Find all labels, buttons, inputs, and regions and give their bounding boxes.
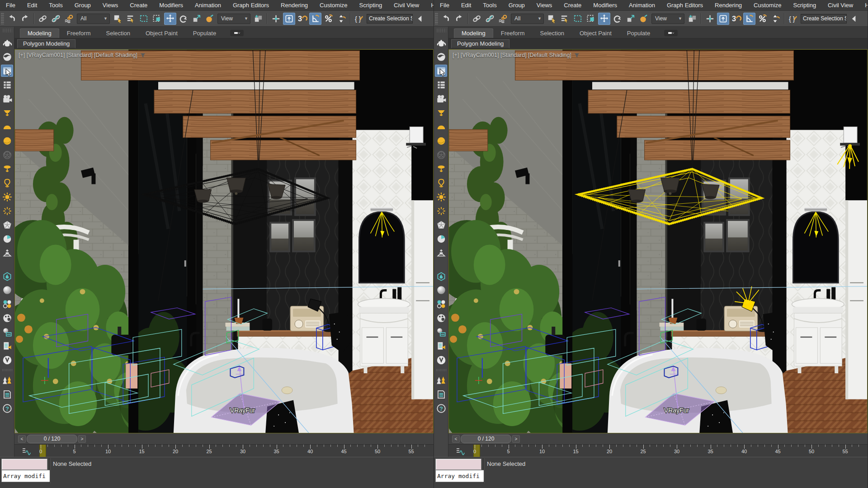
angle-snap-toggle-icon[interactable] (309, 13, 321, 25)
menu-group[interactable]: Group (503, 0, 531, 10)
maxscript-listener-input[interactable]: Array modifi (435, 470, 484, 482)
menu-group[interactable]: Group (69, 0, 97, 10)
palette-icon[interactable] (1, 312, 13, 324)
camera-icon[interactable] (1, 93, 13, 105)
scene-layers-icon[interactable] (435, 79, 447, 91)
ribbon-tab-selection[interactable]: Selection (99, 28, 138, 38)
select-object-icon[interactable] (546, 13, 558, 25)
pie-slice-icon[interactable] (1, 233, 13, 245)
ribbon-tab-populate[interactable]: Populate (185, 28, 224, 38)
select-object-icon[interactable] (112, 13, 124, 25)
select-and-scale-icon[interactable] (190, 13, 203, 25)
editable-poly-icon[interactable] (435, 219, 447, 231)
redo-icon[interactable] (19, 13, 31, 25)
select-and-rotate-icon[interactable] (611, 13, 623, 25)
menu-graph-editors[interactable]: Graph Editors (227, 0, 275, 10)
ribbon-tab-object-paint[interactable]: Object Paint (572, 28, 619, 38)
orbit-view-icon[interactable] (435, 51, 447, 63)
material-ball-icon[interactable] (435, 284, 447, 296)
geosphere-icon[interactable] (435, 149, 447, 161)
unlink-selection-icon[interactable] (484, 13, 496, 25)
ribbon-minimize-button[interactable] (664, 30, 678, 36)
help-icon[interactable]: ? (435, 402, 447, 414)
select-and-manipulate-icon[interactable] (637, 13, 650, 25)
menu-file[interactable]: File (434, 0, 455, 10)
sidebar-grip[interactable] (436, 28, 446, 33)
ribbon-tab-populate[interactable]: Populate (619, 28, 658, 38)
named-selection-set-field[interactable]: Create Selection Se (367, 14, 413, 23)
percent-snap-toggle-icon[interactable] (322, 13, 335, 25)
teapot-icon[interactable] (1, 37, 13, 49)
menu-scripting[interactable]: Scripting (354, 0, 388, 10)
ribbon-tab-freeform[interactable]: Freeform (493, 28, 533, 38)
menu-customize[interactable]: Customize (748, 0, 787, 10)
teapot-icon[interactable] (435, 37, 447, 49)
sun-light-icon[interactable] (435, 191, 447, 203)
editable-poly-icon[interactable] (1, 219, 13, 231)
ribbon-tab-object-paint[interactable]: Object Paint (138, 28, 185, 38)
material-assign-icon[interactable] (435, 326, 447, 338)
menu-rendering[interactable]: Rendering (709, 0, 748, 10)
viewport[interactable]: [+] [VRayCam001] [Standard] [Default Sha… (448, 49, 868, 433)
audio-notes-icon[interactable] (435, 340, 447, 352)
notes-icon[interactable] (1, 388, 13, 400)
geosphere-icon[interactable] (1, 149, 13, 161)
select-and-scale-icon[interactable] (624, 13, 637, 25)
select-and-place-icon[interactable] (270, 13, 282, 25)
color-swatches-icon[interactable] (1, 298, 13, 310)
menu-create[interactable]: Create (558, 0, 587, 10)
edit-named-selection-sets-icon[interactable]: { } (353, 13, 365, 25)
reference-coordinate-system-dropdown[interactable]: View▼ (217, 14, 250, 24)
scene-render[interactable]: VRayFur (15, 50, 433, 433)
select-and-link-icon[interactable] (471, 13, 483, 25)
notes-icon[interactable] (435, 388, 447, 400)
menu-graph-editors[interactable]: Graph Editors (661, 0, 709, 10)
use-pivot-point-center-icon[interactable] (252, 13, 264, 25)
target-spot-light-icon[interactable] (435, 107, 447, 119)
mini-curve-editor-button[interactable] (448, 444, 472, 457)
angle-snap-toggle-icon[interactable] (743, 13, 755, 25)
spinner-snap-toggle-icon[interactable] (769, 13, 782, 25)
frame-display[interactable]: 0 / 120 (27, 435, 77, 443)
named-selection-set-field[interactable]: Create Selection Se (801, 14, 847, 23)
camera-icon[interactable] (435, 93, 447, 105)
free-light-icon[interactable] (435, 177, 447, 189)
vray-fire-icon[interactable] (435, 270, 447, 282)
viewport-label[interactable]: [+] [VRayCam001] [Standard] [Default Sha… (453, 52, 580, 58)
forest-trees-icon[interactable] (435, 374, 447, 386)
prev-frame-button[interactable]: < (18, 435, 26, 443)
spinner-snap-toggle-icon[interactable] (335, 13, 348, 25)
keyboard-shortcut-override-icon[interactable] (283, 13, 295, 25)
percent-snap-toggle-icon[interactable] (756, 13, 769, 25)
menu-help[interactable]: Help (859, 0, 868, 10)
ribbon-tab-selection[interactable]: Selection (533, 28, 572, 38)
viewport[interactable]: [+] [VRayCam001] [Standard] [Default Sha… (14, 49, 434, 433)
toolbar-overflow-icon[interactable] (414, 13, 426, 25)
snaps-toggle-3d-icon[interactable]: 3 (730, 13, 742, 25)
menu-customize[interactable]: Customize (314, 0, 353, 10)
rectangular-selection-region-icon[interactable] (572, 13, 584, 25)
sidebar-grip[interactable] (2, 28, 12, 33)
menu-edit[interactable]: Edit (455, 0, 477, 10)
physical-camera-icon[interactable] (435, 247, 447, 259)
material-assign-icon[interactable] (1, 326, 13, 338)
dome-light-icon[interactable] (1, 121, 13, 133)
select-and-move-icon[interactable] (164, 13, 176, 25)
toolbar-grip[interactable] (435, 13, 438, 24)
target-spot-light-icon[interactable] (1, 107, 13, 119)
selection-filter-dropdown[interactable]: All▼ (77, 14, 110, 24)
menu-scripting[interactable]: Scripting (788, 0, 822, 10)
color-swatches-icon[interactable] (435, 298, 447, 310)
menu-civil-view[interactable]: Civil View (822, 0, 859, 10)
sphere-light-icon[interactable] (1, 135, 13, 147)
window-crossing-toggle-icon[interactable] (585, 13, 597, 25)
scene-layers-icon[interactable] (1, 79, 13, 91)
help-icon[interactable]: ? (1, 402, 13, 414)
vray-fire-icon[interactable] (1, 270, 13, 282)
edit-named-selection-sets-icon[interactable]: { } (787, 13, 799, 25)
maxscript-listener-pink[interactable] (435, 459, 481, 470)
polygon-modeling-panel[interactable]: Polygon Modeling (451, 39, 509, 48)
ribbon-tab-modeling[interactable]: Modeling (20, 28, 59, 38)
forest-trees-icon[interactable] (1, 374, 13, 386)
vray-logo-icon[interactable] (435, 354, 447, 366)
